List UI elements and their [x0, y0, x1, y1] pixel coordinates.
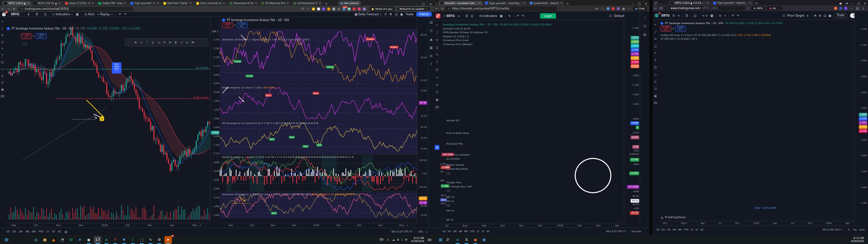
- account-icon[interactable]: ◉: [839, 2, 842, 5]
- sidebar-object-tree[interactable]: ▤: [643, 33, 646, 36]
- more-icon[interactable]: ⋯: [628, 7, 631, 11]
- draw-magnet-tool[interactable]: U: [654, 87, 657, 90]
- taskbar-telegram[interactable]: ➤: [76, 236, 84, 244]
- collapse-button[interactable]: ∧: [446, 204, 450, 207]
- undo-icon[interactable]: ↶: [516, 14, 519, 18]
- menu-icon[interactable]: ≡: [846, 2, 848, 5]
- indicator-title[interactable]: MACD Divergence + Signal 12 26 9 5 20 30…: [222, 156, 353, 159]
- redo-icon[interactable]: ↷: [737, 14, 739, 17]
- minimize-button[interactable]: –: [852, 2, 853, 5]
- tab-close-icon[interactable]: ×: [478, 2, 481, 5]
- extension-icon[interactable]: [312, 7, 315, 11]
- sidebar-icon[interactable]: ▥: [856, 6, 859, 10]
- popup-tool-icon[interactable]: ≡: [134, 41, 137, 44]
- clock[interactable]: 8:13 AM 4/28/2026: [411, 237, 424, 243]
- tab-close-icon[interactable]: ×: [319, 2, 321, 5]
- draw-magnet-tool[interactable]: U: [436, 90, 438, 94]
- indicators-button[interactable]: fxIndicators: [479, 14, 497, 18]
- price-axis[interactable]: IDR ∨ 2,2402,2002,1602,1202,0802,0402,00…: [210, 17, 220, 223]
- taskbar-obs[interactable]: ▢: [138, 236, 145, 244]
- timeframe-button[interactable]: 3M: [672, 228, 676, 231]
- draw-measure-tool[interactable]: ▣: [654, 94, 657, 98]
- timeframe-button[interactable]: 5D: [662, 228, 665, 231]
- timeframe-button[interactable]: 1M: [667, 228, 671, 231]
- draw-emoji-tool[interactable]: ☺: [1, 61, 4, 64]
- extension-icon[interactable]: [327, 7, 330, 11]
- draw-trendline-tool[interactable]: ╱: [654, 30, 656, 34]
- timeframe-button[interactable]: 1M: [19, 230, 22, 233]
- timeframe-button[interactable]: 6M: [678, 228, 682, 231]
- axis-settings-icon[interactable]: ⊙: [406, 224, 408, 227]
- taskbar-yandex[interactable]: Y: [112, 236, 119, 244]
- taskbar-copilot[interactable]: ◎: [32, 236, 40, 244]
- more-icon[interactable]: ⋮: [426, 7, 429, 11]
- interval-button[interactable]: D: [466, 14, 468, 18]
- browser-tab[interactable]: Untitled Jason S ×: [291, 1, 323, 6]
- brush-icon[interactable]: ✎: [508, 14, 511, 18]
- candle-style-icon[interactable]: ◫: [471, 14, 473, 18]
- popup-tool-icon[interactable]: ⌒: [145, 40, 149, 45]
- alert-icon[interactable]: ◷: [719, 14, 721, 17]
- draw-measure-tool[interactable]: ▣: [436, 98, 439, 101]
- popup-tool-icon[interactable]: ▭: [157, 41, 160, 44]
- sidebar-calendar[interactable]: ▦: [430, 46, 433, 49]
- draw-emoji-tool[interactable]: ☺: [435, 68, 438, 72]
- timeframe-button[interactable]: 6M: [32, 230, 36, 233]
- extension-icon[interactable]: [337, 7, 340, 11]
- layout-grid-icon[interactable]: ▦: [710, 14, 713, 17]
- maximize-button[interactable]: ▢: [857, 2, 860, 5]
- sidebar-hotlists[interactable]: ▲: [430, 37, 433, 41]
- tab-close-icon[interactable]: ×: [523, 2, 526, 5]
- draw-zoom-tool[interactable]: ⊙: [436, 83, 438, 86]
- timeframe-button[interactable]: YTD: [38, 230, 43, 233]
- login-button[interactable]: Login: [540, 13, 556, 19]
- publish-button[interactable]: Publish: [416, 12, 432, 17]
- draw-text-tool[interactable]: T: [436, 61, 438, 64]
- browser-tab[interactable]: Edit Post "Daily" ×: [161, 1, 194, 6]
- indicator-legend-row[interactable]: Consensus Price (Low): [443, 39, 552, 42]
- tab-close-icon[interactable]: ×: [255, 2, 257, 5]
- redo-icon[interactable]: ↷: [124, 13, 126, 16]
- price-target-checkbox[interactable]: ☐: [782, 14, 785, 17]
- panel-label-rsi[interactable]: RSI 14: [446, 200, 454, 203]
- price-target-label[interactable]: Price Target: [787, 14, 804, 17]
- draw-shape-tool[interactable]: ▭: [654, 73, 657, 76]
- draw-cursor-tool[interactable]: ⌖: [1, 20, 3, 23]
- tab-close-icon[interactable]: ×: [58, 2, 61, 5]
- adj-toggle[interactable]: ADJ: [418, 230, 423, 233]
- collapse-button[interactable]: ∧: [446, 189, 450, 192]
- buy-button[interactable]: 1,810BUY: [675, 26, 686, 32]
- browser-tab[interactable]: Daftar PM - Goo ×: [96, 1, 128, 6]
- price-chart-canvas[interactable]: [5, 17, 210, 222]
- candle-style-icon[interactable]: ◫: [694, 14, 696, 17]
- layout-name-button[interactable]: ▦Daily Forecast∨: [355, 13, 382, 16]
- smiley-sticker[interactable]: ☺: [100, 117, 104, 121]
- indicator-title[interactable]: MFI Divergence 14 close hlc3 10 3 3 MFI …: [222, 122, 318, 125]
- panel-label-accum[interactable]: Accum/Dist: [446, 158, 460, 160]
- taskbar-excel[interactable]: X: [129, 236, 137, 244]
- fullscreen-icon[interactable]: ◲: [824, 14, 826, 17]
- tray-icon[interactable]: ⇅: [397, 238, 399, 241]
- draw-zoom-tool[interactable]: ⊙: [654, 80, 657, 83]
- extension-icon[interactable]: [839, 7, 842, 10]
- extension-icon[interactable]: [317, 7, 320, 11]
- maximize-button[interactable]: ▢: [638, 2, 641, 5]
- circle-annotation[interactable]: [575, 158, 611, 193]
- draw-fib-tool[interactable]: ≋: [436, 38, 438, 42]
- symbol-search-button[interactable]: SRTG: [8, 12, 24, 16]
- panel-label-sr[interactable]: SR 14: [446, 219, 453, 221]
- taskbar-stockbit[interactable]: S: [463, 236, 470, 244]
- settings-gear-icon[interactable]: ⚙: [390, 13, 392, 16]
- new-tab-button[interactable]: +: [755, 1, 758, 5]
- timeframe-button[interactable]: 3M: [25, 230, 29, 233]
- taskbar-edge[interactable]: e: [454, 236, 461, 244]
- draw-fib-tool[interactable]: ≋: [1, 34, 4, 37]
- tab-close-icon[interactable]: ×: [190, 2, 192, 5]
- scale-mode[interactable]: log auto: [631, 230, 641, 233]
- fullscreen-icon[interactable]: ◲: [395, 13, 397, 16]
- draw-shape-tool[interactable]: ▭: [1, 67, 4, 71]
- alert-button[interactable]: ◷Alert: [84, 13, 95, 16]
- overflow-icon[interactable]: ⋯: [850, 6, 853, 10]
- popup-tool-icon[interactable]: ⊣: [180, 41, 183, 44]
- timeframe-button[interactable]: YTD: [470, 230, 474, 233]
